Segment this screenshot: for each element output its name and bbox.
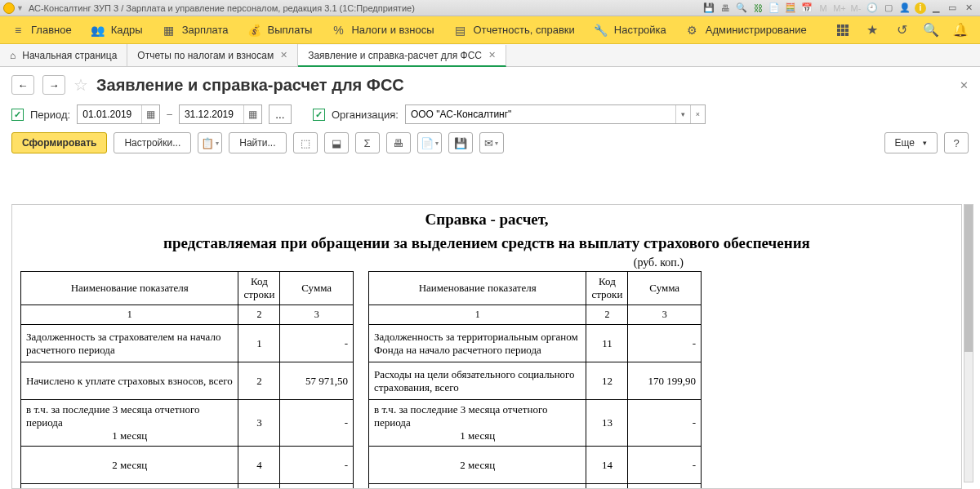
calc-icon[interactable]: 🧮 <box>784 2 797 15</box>
window-title: АС-Консалтинг ЗУП 3 / Зарплата и управле… <box>29 3 415 13</box>
people-icon: 👥 <box>91 24 105 37</box>
section-label: Выплаты <box>268 24 313 36</box>
section-admin[interactable]: ⚙Администрирование <box>686 24 807 37</box>
table-row: Задолженность за страхователем на начало… <box>21 325 354 362</box>
date-to-input[interactable] <box>180 109 243 120</box>
cell-code: 1 <box>238 325 280 362</box>
search-panel-icon[interactable]: 🔍 <box>923 22 939 38</box>
search-icon[interactable]: 🔍 <box>735 2 748 15</box>
section-label: Главное <box>31 24 72 36</box>
forward-button[interactable]: → <box>42 75 65 95</box>
section-reports[interactable]: ▤Отчетность, справки <box>454 24 575 37</box>
table-row: 2 месяц 14 - <box>369 447 702 484</box>
variant-button[interactable]: 📋▾ <box>198 132 222 153</box>
th-code: Код строки <box>586 272 628 305</box>
window-titlebar: ▼ АС-Консалтинг ЗУП 3 / Зарплата и управ… <box>0 0 980 16</box>
cell-sum: - <box>280 400 354 447</box>
section-salary[interactable]: ▦Зарплата <box>163 24 229 37</box>
m-minus-icon[interactable]: M <box>817 2 830 15</box>
date-to-field[interactable]: ▦ <box>179 104 262 124</box>
print-icon[interactable]: 🖶 <box>719 2 732 15</box>
vertical-scrollbar[interactable] <box>964 204 973 482</box>
org-checkbox[interactable]: ✓ <box>313 109 325 121</box>
calendar-icon[interactable]: ▦ <box>243 105 261 123</box>
print-button[interactable]: 🖶 <box>386 132 411 153</box>
expand-icon[interactable]: ⬚ <box>293 132 318 153</box>
section-payouts[interactable]: 💰Выплаты <box>248 24 313 37</box>
scrollbar-thumb[interactable] <box>964 205 973 352</box>
close-window-icon[interactable]: ✕ <box>962 2 975 15</box>
tab-home[interactable]: ⌂Начальная страница <box>0 44 127 66</box>
cell-code: 11 <box>586 325 628 362</box>
sigma-icon[interactable]: Σ <box>355 132 380 153</box>
save-icon[interactable]: 💾 <box>702 2 715 15</box>
page-close-icon[interactable]: ✕ <box>960 79 969 91</box>
restore-icon[interactable]: ▭ <box>946 2 959 15</box>
settings-button[interactable]: Настройки... <box>114 132 191 153</box>
calendar-icon[interactable]: 📅 <box>800 2 813 15</box>
history-icon[interactable]: ↺ <box>893 22 910 38</box>
apps-icon[interactable] <box>835 22 851 38</box>
tab-label: Отчеты по налогам и взносам <box>137 50 274 61</box>
clear-icon[interactable]: × <box>690 105 705 123</box>
bell-icon[interactable]: 🔔 <box>952 22 969 38</box>
cell-sum: - <box>628 484 702 489</box>
calendar-icon[interactable]: ▦ <box>141 105 159 123</box>
report-table-right: Наименование показателя Код строки Сумма… <box>368 271 702 489</box>
cell-sum: 57 971,50 <box>280 362 354 400</box>
help-button[interactable]: ? <box>944 132 969 153</box>
percent-icon: % <box>332 24 345 37</box>
more-label: Еще <box>895 137 915 149</box>
find-button[interactable]: Найти... <box>229 132 286 153</box>
more-button[interactable]: Еще▾ <box>884 132 938 153</box>
dash: – <box>167 109 172 120</box>
link-icon[interactable]: ⛓ <box>751 2 764 15</box>
section-taxes[interactable]: %Налоги и взносы <box>332 24 434 37</box>
min-icon[interactable]: ▁ <box>929 2 942 15</box>
date-from-input[interactable] <box>78 109 141 120</box>
app-menu-dd[interactable]: ▼ <box>16 4 24 12</box>
clock-icon[interactable]: 🕘 <box>866 2 879 15</box>
section-label: Зарплата <box>182 24 229 36</box>
cell-name: 3 месяц <box>369 484 586 489</box>
tab-tax-reports[interactable]: Отчеты по налогам и взносам✕ <box>127 44 298 66</box>
table-row: 2 месяц 4 - <box>21 447 354 484</box>
menu-icon: ≡ <box>11 24 24 37</box>
close-icon[interactable]: ✕ <box>280 50 287 60</box>
save-report-button[interactable]: 💾 <box>448 132 473 153</box>
tab-fss-report[interactable]: Заявление и справка-расчет для ФСС✕ <box>298 45 506 67</box>
report-icon: ▤ <box>454 24 467 37</box>
favorite-star-icon[interactable]: ☆ <box>74 75 88 95</box>
star-icon[interactable]: ★ <box>864 22 880 38</box>
collapse-icon[interactable]: ⬓ <box>324 132 349 153</box>
cell-sum: - <box>280 447 354 484</box>
back-button[interactable]: ← <box>11 75 34 95</box>
cell-name: Расходы на цели обязательного социальног… <box>369 362 586 400</box>
m-minus2-icon[interactable]: M- <box>849 2 862 15</box>
col-num: 1 <box>21 305 238 325</box>
generate-button[interactable]: Сформировать <box>11 132 107 153</box>
cell-code: 2 <box>238 362 280 400</box>
email-button[interactable]: ✉▾ <box>479 132 504 153</box>
chevron-down-icon[interactable]: ▾ <box>675 105 690 123</box>
date-from-field[interactable]: ▦ <box>77 104 160 124</box>
section-menu: ≡Главное 👥Кадры ▦Зарплата 💰Выплаты %Нало… <box>0 16 980 44</box>
period-picker-button[interactable]: ... <box>269 104 292 124</box>
table-icon: ▦ <box>163 24 176 37</box>
close-icon[interactable]: ✕ <box>488 50 496 60</box>
section-settings[interactable]: 🔧Настройка <box>595 24 666 37</box>
section-main[interactable]: ≡Главное <box>11 24 72 37</box>
period-checkbox[interactable]: ✓ <box>11 109 24 121</box>
doc-icon[interactable]: 📄 <box>768 2 781 15</box>
section-hr[interactable]: 👥Кадры <box>91 24 143 37</box>
export-button[interactable]: 📄▾ <box>417 132 442 153</box>
org-field[interactable]: ▾ × <box>405 104 706 124</box>
section-label: Кадры <box>111 24 143 36</box>
user-icon[interactable]: 👤 <box>898 2 911 15</box>
m-plus-icon[interactable]: M+ <box>833 2 846 15</box>
cell-code: 3 <box>238 400 280 447</box>
org-input[interactable] <box>406 109 675 120</box>
col-num: 2 <box>238 305 280 325</box>
windows-icon[interactable]: ▢ <box>882 2 895 15</box>
info-icon[interactable]: i <box>915 2 926 14</box>
